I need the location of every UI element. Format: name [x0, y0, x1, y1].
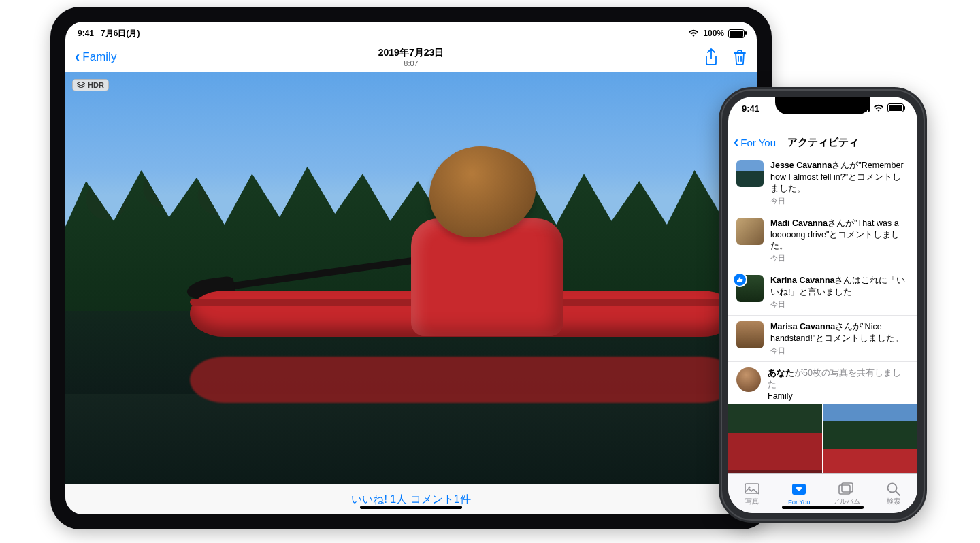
- layers-icon: [77, 82, 85, 88]
- tab-label: For You: [788, 498, 811, 506]
- activity-list[interactable]: Jesse Cavannaさんが"Remember how I almost f…: [728, 154, 917, 473]
- ipad-status-bar: 9:41 7月6日(月) 100%: [65, 22, 757, 42]
- activity-thumb: [736, 160, 764, 187]
- home-indicator[interactable]: [782, 506, 864, 509]
- grid-photo[interactable]: [728, 404, 822, 473]
- status-time: 9:41: [742, 103, 760, 114]
- svg-rect-4: [842, 483, 853, 492]
- activity-timestamp: 今日: [770, 253, 909, 263]
- battery-icon: [887, 103, 904, 112]
- likes-comments-label: いいね! 1人 コメント1件: [351, 493, 470, 507]
- activity-row[interactable]: Jesse Cavannaさんが"Remember how I almost f…: [728, 154, 917, 212]
- iphone-device: 9:41 ‹ For You アクティビティ Jesse Cavannaさんが"…: [719, 87, 927, 523]
- activity-thumb: [736, 218, 764, 245]
- home-indicator[interactable]: [360, 506, 462, 509]
- shared-block[interactable]: あなたが50枚の写真を共有しました Family: [728, 362, 917, 405]
- share-button[interactable]: [704, 48, 719, 66]
- tab-search[interactable]: 検索: [870, 474, 918, 513]
- delete-button[interactable]: [732, 48, 747, 66]
- ipad-device: 9:41 7月6日(月) 100% ‹ Family 2019年7: [50, 7, 772, 529]
- hdr-badge: HDR: [72, 79, 109, 91]
- iphone-nav-bar: ‹ For You アクティビティ: [728, 131, 917, 154]
- back-button[interactable]: ‹ For You: [734, 135, 776, 150]
- back-label: Family: [82, 50, 116, 64]
- shared-album-name: Family: [768, 391, 909, 402]
- status-date: 7月6日(月): [101, 29, 140, 38]
- notch: [775, 97, 870, 114]
- activity-text: Marisa Cavannaさんが"Nice handstand!"とコメントし…: [770, 321, 909, 344]
- activity-row[interactable]: Karina Cavannaさんはこれに「いいね!」と言いました今日: [728, 269, 917, 316]
- activity-thumb: [736, 321, 764, 348]
- foryou-icon: [790, 482, 808, 497]
- chevron-left-icon: ‹: [734, 135, 738, 150]
- nav-title: 2019年7月23日 8:07: [65, 47, 757, 67]
- albums-icon: [838, 481, 855, 496]
- photo-viewer[interactable]: HDR: [65, 72, 757, 484]
- likes-comments-button[interactable]: いいね! 1人 コメント1件: [65, 484, 757, 514]
- back-label: For You: [740, 137, 776, 148]
- activity-text: Madi Cavannaさんが"That was a looooong driv…: [770, 218, 909, 252]
- activity-timestamp: 今日: [770, 196, 909, 206]
- activity-timestamp: 今日: [770, 346, 909, 356]
- hdr-label: HDR: [88, 81, 104, 89]
- chevron-left-icon: ‹: [75, 50, 80, 65]
- you-label: あなた: [768, 368, 794, 378]
- photo-date: 2019年7月23日: [65, 47, 757, 59]
- activity-text: Jesse Cavannaさんが"Remember how I almost f…: [770, 160, 909, 195]
- grid-photo[interactable]: [823, 404, 917, 473]
- tab-label: 写真: [745, 497, 759, 506]
- avatar: [736, 367, 761, 392]
- tab-label: 検索: [887, 497, 900, 506]
- status-battery-pct: 100%: [703, 29, 724, 38]
- iphone-screen: 9:41 ‹ For You アクティビティ Jesse Cavannaさんが"…: [728, 97, 917, 513]
- wifi-icon: [688, 29, 699, 37]
- back-button[interactable]: ‹ Family: [75, 50, 116, 65]
- status-time: 9:41: [78, 29, 94, 38]
- activity-text: Karina Cavannaさんはこれに「いいね!」と言いました: [770, 275, 909, 298]
- photo-time: 8:07: [65, 59, 757, 67]
- wifi-icon: [873, 104, 884, 112]
- search-icon: [885, 481, 902, 496]
- svg-rect-3: [839, 485, 850, 494]
- ipad-screen: 9:41 7月6日(月) 100% ‹ Family 2019年7: [65, 22, 757, 514]
- tab-photos[interactable]: 写真: [728, 474, 776, 513]
- activity-row[interactable]: Marisa Cavannaさんが"Nice handstand!"とコメントし…: [728, 316, 917, 362]
- activity-row[interactable]: Madi Cavannaさんが"That was a looooong driv…: [728, 212, 917, 270]
- shared-photo-grid[interactable]: [728, 404, 917, 473]
- tab-label: アルバム: [833, 497, 860, 506]
- ipad-nav-bar: ‹ Family 2019年7月23日 8:07: [65, 42, 757, 72]
- photos-icon: [743, 481, 761, 496]
- battery-icon: [728, 29, 745, 38]
- activity-timestamp: 今日: [770, 299, 909, 310]
